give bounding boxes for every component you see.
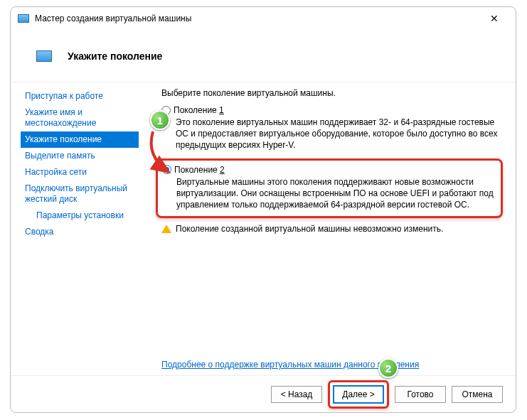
sidebar-item-generation[interactable]: Укажите поколение	[21, 131, 139, 148]
highlight-gen2: Поколение 2 Виртуальные машины этого пок…	[156, 158, 503, 219]
annotation-marker-2: 2	[378, 358, 398, 378]
window-title: Мастер создания виртуальной машины	[35, 14, 191, 23]
titlebar: Мастер создания виртуальной машины ✕	[11, 7, 516, 30]
cancel-button[interactable]: Отмена	[452, 386, 503, 403]
next-button[interactable]: Далее >	[333, 385, 384, 404]
prompt-text: Выберите поколение виртуальной машины.	[161, 88, 503, 98]
wizard-header: Укажите поколение	[11, 30, 516, 82]
option-gen2[interactable]: Поколение 2 Виртуальные машины этого пок…	[162, 165, 495, 211]
wizard-window: Мастер создания виртуальной машины ✕ Ука…	[10, 6, 516, 413]
wizard-content: Выберите поколение виртуальной машины. П…	[139, 82, 516, 375]
close-button[interactable]: ✕	[479, 9, 510, 28]
annotation-marker-1: 1	[150, 110, 170, 130]
wizard-sidebar: Приступая к работе Укажите имя и местона…	[11, 82, 139, 375]
desc-gen1: Это поколение виртуальных машин поддержи…	[176, 117, 503, 151]
desc-gen2: Виртуальные машины этого поколения подде…	[176, 176, 495, 211]
wizard-footer: < Назад Далее > Готово Отмена	[11, 375, 516, 412]
page-title: Укажите поколение	[68, 50, 162, 62]
sidebar-item-network[interactable]: Настройка сети	[21, 164, 139, 181]
sidebar-item-install[interactable]: Параметры установки	[21, 208, 139, 224]
label-gen1: Поколение 1	[174, 105, 224, 115]
finish-button[interactable]: Готово	[395, 386, 446, 403]
radio-gen2[interactable]	[162, 165, 171, 174]
label-gen2: Поколение 2	[174, 165, 225, 175]
sidebar-item-name[interactable]: Укажите имя и местонахождение	[21, 104, 139, 131]
warning-text: Поколение созданной виртуальной машины н…	[176, 224, 443, 234]
header-icon	[36, 50, 52, 62]
back-button[interactable]: < Назад	[271, 386, 322, 403]
highlight-next: Далее >	[328, 380, 389, 409]
sidebar-item-summary[interactable]: Сводка	[21, 224, 139, 240]
sidebar-item-memory[interactable]: Выделите память	[21, 148, 139, 164]
option-gen1[interactable]: Поколение 1 Это поколение виртуальных ма…	[161, 105, 503, 151]
sidebar-item-vhd[interactable]: Подключить виртуальный жесткий диск	[21, 181, 139, 208]
app-icon	[18, 14, 29, 23]
warning-row: Поколение созданной виртуальной машины н…	[161, 224, 503, 234]
sidebar-item-intro[interactable]: Приступая к работе	[21, 88, 139, 104]
warning-icon	[161, 225, 171, 233]
